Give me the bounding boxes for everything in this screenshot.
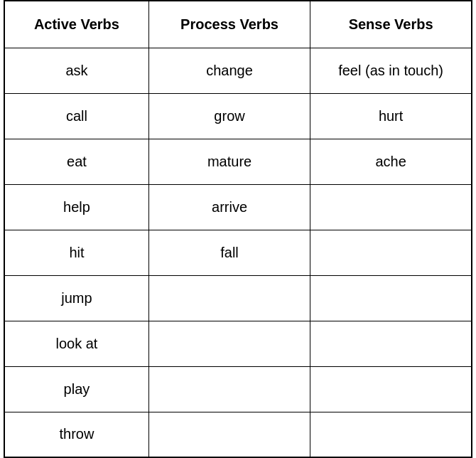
cell-sense-3 [310, 184, 472, 230]
cell-process-5 [148, 275, 310, 321]
cell-process-0: change [148, 48, 310, 93]
cell-active-5: jump [4, 275, 148, 321]
cell-sense-4 [310, 230, 472, 275]
cell-active-7: play [4, 366, 148, 412]
cell-sense-1: hurt [310, 93, 472, 139]
cell-process-8 [148, 412, 310, 457]
cell-sense-5 [310, 275, 472, 321]
cell-process-4: fall [148, 230, 310, 275]
table-row: play [4, 366, 472, 412]
table-row: callgrowhurt [4, 93, 472, 139]
cell-process-7 [148, 366, 310, 412]
cell-sense-7 [310, 366, 472, 412]
table-row: jump [4, 275, 472, 321]
cell-active-0: ask [4, 48, 148, 93]
cell-active-6: look at [4, 321, 148, 366]
verb-table: Active Verbs Process Verbs Sense Verbs a… [4, 0, 472, 458]
table-row: look at [4, 321, 472, 366]
header-active-verbs: Active Verbs [4, 1, 148, 48]
cell-process-3: arrive [148, 184, 310, 230]
cell-sense-8 [310, 412, 472, 457]
header-row: Active Verbs Process Verbs Sense Verbs [4, 1, 472, 48]
cell-sense-2: ache [310, 139, 472, 184]
cell-sense-0: feel (as in touch) [310, 48, 472, 93]
cell-active-4: hit [4, 230, 148, 275]
cell-active-8: throw [4, 412, 148, 457]
header-sense-verbs: Sense Verbs [310, 1, 472, 48]
cell-active-1: call [4, 93, 148, 139]
table-row: eatmatureache [4, 139, 472, 184]
cell-process-1: grow [148, 93, 310, 139]
table-row: hitfall [4, 230, 472, 275]
table-row: askchangefeel (as in touch) [4, 48, 472, 93]
cell-process-2: mature [148, 139, 310, 184]
cell-process-6 [148, 321, 310, 366]
table-row: helparrive [4, 184, 472, 230]
table-row: throw [4, 412, 472, 457]
header-process-verbs: Process Verbs [148, 1, 310, 48]
cell-active-2: eat [4, 139, 148, 184]
cell-active-3: help [4, 184, 148, 230]
cell-sense-6 [310, 321, 472, 366]
